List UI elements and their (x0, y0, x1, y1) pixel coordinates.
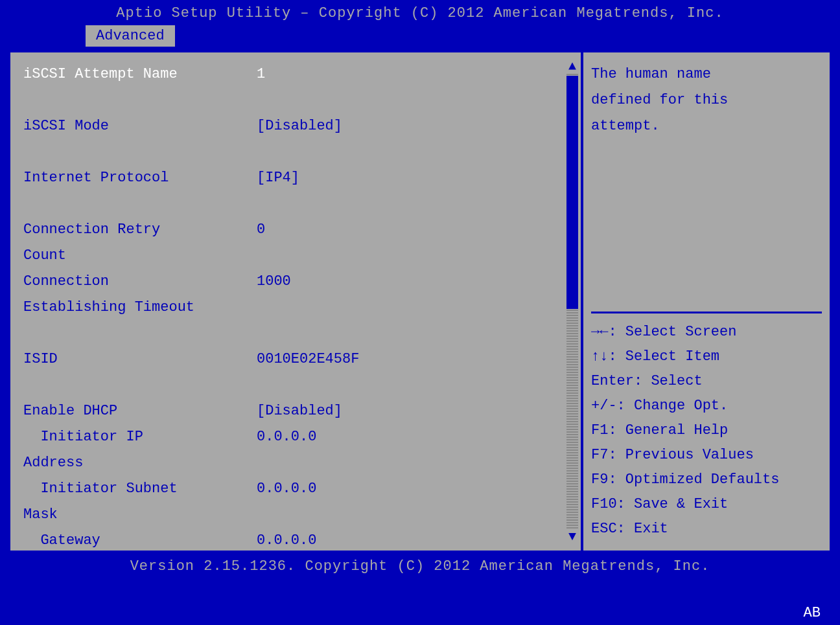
setting-label: iSCSI Attempt Name (23, 62, 257, 87)
tab-advanced[interactable]: Advanced (84, 24, 176, 48)
setting-label: iSCSI Mode (23, 113, 257, 139)
setting-row[interactable]: Connection1000 (23, 269, 568, 295)
setting-label: Enable DHCP (23, 398, 257, 424)
setting-label: Address (23, 450, 257, 476)
setting-label: Initiator IP (23, 424, 257, 450)
setting-row[interactable]: Internet Protocol[IP4] (23, 165, 568, 191)
setting-row[interactable]: Gateway0.0.0.0 (23, 528, 568, 554)
setting-label: Connection (23, 269, 257, 295)
keyhelp-row: →←: Select Screen (591, 320, 822, 345)
key-help: →←: Select Screen↑↓: Select ItemEnter: S… (591, 320, 822, 541)
setting-value: [IP4] (257, 165, 568, 191)
setting-label: Count (23, 243, 257, 269)
spacer (23, 191, 568, 217)
setting-value (257, 450, 568, 476)
keyhelp-row: F9: Optimized Defaults (591, 468, 822, 492)
setting-value: 0 (257, 217, 568, 243)
setting-label: Establishing Timeout (23, 295, 257, 321)
setting-label: Connection Retry (23, 217, 257, 243)
keyhelp-row: F7: Previous Values (591, 443, 822, 468)
tab-bar: Advanced (0, 24, 840, 50)
scrollbar-thumb[interactable] (566, 76, 578, 309)
keyhelp-row: Enter: Select (591, 369, 822, 394)
settings-panel: iSCSI Attempt Name1iSCSI Mode[Disabled]I… (8, 50, 581, 553)
setting-value: 0.0.0.0 (257, 424, 568, 450)
bios-footer: Version 2.15.1236. Copyright (C) 2012 Am… (0, 553, 840, 580)
setting-row[interactable]: Count (23, 243, 568, 269)
footer-version: Version 2.15.1236. Copyright (C) 2012 Am… (130, 558, 710, 574)
setting-value: [Disabled] (257, 113, 568, 139)
setting-label: Gateway (23, 528, 257, 554)
setting-value: 1 (257, 62, 568, 87)
tab-label: Advanced (96, 28, 165, 44)
bios-header: Aptio Setup Utility – Copyright (C) 2012… (0, 0, 840, 24)
help-divider (591, 312, 822, 313)
setting-label: Mask (23, 502, 257, 528)
setting-label: Internet Protocol (23, 165, 257, 191)
keyhelp-row: F1: General Help (591, 418, 822, 443)
help-panel: The human name defined for this attempt.… (581, 50, 832, 553)
setting-row[interactable]: Enable DHCP[Disabled] (23, 398, 568, 424)
setting-label: ISID (23, 347, 257, 372)
spacer (23, 321, 568, 347)
setting-value: 0.0.0.0 (257, 528, 568, 554)
keyhelp-row: F10: Save & Exit (591, 492, 822, 517)
setting-value: 0010E02E458F (257, 347, 568, 372)
setting-row[interactable]: Mask (23, 502, 568, 528)
scrollbar-track[interactable] (566, 62, 578, 541)
setting-value: [Disabled] (257, 398, 568, 424)
setting-row[interactable]: iSCSI Mode[Disabled] (23, 113, 568, 139)
setting-row[interactable]: Initiator IP0.0.0.0 (23, 424, 568, 450)
spacer (23, 87, 568, 113)
setting-row[interactable]: Establishing Timeout (23, 295, 568, 321)
scroll-down-icon[interactable]: ▼ (566, 529, 578, 544)
footer-badge: AB (804, 605, 821, 621)
header-title: Aptio Setup Utility – Copyright (C) 2012… (116, 5, 723, 21)
keyhelp-row: ↑↓: Select Item (591, 345, 822, 369)
setting-value (257, 295, 568, 321)
spacer (23, 139, 568, 165)
setting-row[interactable]: Connection Retry0 (23, 217, 568, 243)
setting-value (257, 243, 568, 269)
help-text: The human name defined for this attempt. (591, 62, 822, 139)
setting-row[interactable]: ISID0010E02E458F (23, 347, 568, 372)
setting-label: Initiator Subnet (23, 476, 257, 502)
keyhelp-row: ESC: Exit (591, 517, 822, 541)
setting-value (257, 502, 568, 528)
spacer (23, 372, 568, 398)
scroll-up-icon[interactable]: ▲ (566, 59, 578, 74)
setting-row[interactable]: Address (23, 450, 568, 476)
setting-row[interactable]: Initiator Subnet0.0.0.0 (23, 476, 568, 502)
keyhelp-row: +/-: Change Opt. (591, 394, 822, 418)
main-area: iSCSI Attempt Name1iSCSI Mode[Disabled]I… (0, 50, 840, 553)
setting-value: 0.0.0.0 (257, 476, 568, 502)
setting-value: 1000 (257, 269, 568, 295)
setting-row[interactable]: iSCSI Attempt Name1 (23, 62, 568, 87)
